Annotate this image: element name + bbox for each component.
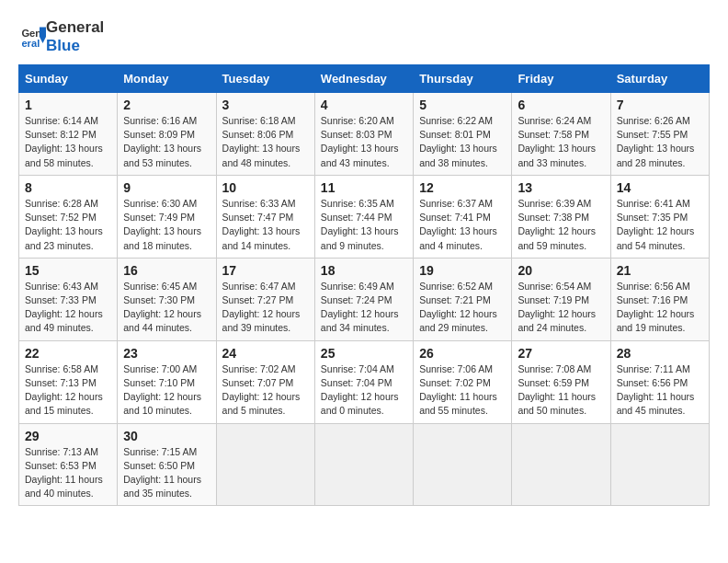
calendar-row: 22Sunrise: 6:58 AM Sunset: 7:13 PM Dayli… — [19, 340, 710, 423]
day-number: 15 — [25, 263, 111, 278]
day-number: 6 — [518, 98, 604, 112]
day-info: Sunrise: 6:52 AM Sunset: 7:21 PM Dayligh… — [419, 280, 506, 336]
calendar-cell: 7Sunrise: 6:26 AM Sunset: 7:55 PM Daylig… — [610, 93, 709, 176]
day-number: 12 — [419, 180, 506, 195]
calendar-cell: 28Sunrise: 7:11 AM Sunset: 6:56 PM Dayli… — [610, 340, 709, 423]
calendar-body: 1Sunrise: 6:14 AM Sunset: 8:12 PM Daylig… — [19, 93, 710, 506]
day-info: Sunrise: 6:18 AM Sunset: 8:06 PM Dayligh… — [222, 114, 309, 170]
day-info: Sunrise: 7:13 AM Sunset: 6:53 PM Dayligh… — [25, 445, 111, 501]
day-number: 13 — [518, 180, 604, 195]
calendar-cell: 26Sunrise: 7:06 AM Sunset: 7:02 PM Dayli… — [414, 340, 512, 423]
day-info: Sunrise: 6:56 AM Sunset: 7:16 PM Dayligh… — [617, 280, 703, 336]
calendar-cell: 20Sunrise: 6:54 AM Sunset: 7:19 PM Dayli… — [512, 258, 610, 340]
day-info: Sunrise: 7:04 AM Sunset: 7:04 PM Dayligh… — [321, 362, 407, 419]
day-number: 29 — [25, 429, 111, 443]
day-info: Sunrise: 6:49 AM Sunset: 7:24 PM Dayligh… — [321, 280, 407, 336]
calendar-cell: 23Sunrise: 7:00 AM Sunset: 7:10 PM Dayli… — [118, 340, 216, 423]
day-info: Sunrise: 6:47 AM Sunset: 7:27 PM Dayligh… — [222, 280, 309, 336]
day-number: 17 — [222, 263, 309, 278]
page-header: Gen eral General Blue — [18, 18, 710, 55]
logo: Gen eral General Blue — [18, 18, 104, 55]
day-number: 20 — [518, 263, 604, 278]
calendar-cell: 4Sunrise: 6:20 AM Sunset: 8:03 PM Daylig… — [314, 93, 413, 176]
calendar-cell: 12Sunrise: 6:37 AM Sunset: 7:41 PM Dayli… — [414, 175, 512, 258]
svg-text:Gen: Gen — [21, 28, 41, 39]
svg-marker-2 — [40, 28, 46, 38]
calendar-cell: 3Sunrise: 6:18 AM Sunset: 8:06 PM Daylig… — [216, 93, 314, 176]
calendar-cell: 22Sunrise: 6:58 AM Sunset: 7:13 PM Dayli… — [19, 340, 118, 423]
day-number: 9 — [123, 180, 210, 195]
calendar-cell: 11Sunrise: 6:35 AM Sunset: 7:44 PM Dayli… — [314, 175, 413, 258]
day-info: Sunrise: 6:16 AM Sunset: 8:09 PM Dayligh… — [123, 114, 210, 170]
calendar-cell: 8Sunrise: 6:28 AM Sunset: 7:52 PM Daylig… — [19, 175, 118, 258]
day-number: 24 — [222, 346, 309, 361]
day-number: 19 — [419, 263, 506, 278]
day-number: 5 — [419, 98, 506, 112]
day-info: Sunrise: 7:00 AM Sunset: 7:10 PM Dayligh… — [123, 362, 210, 419]
day-info: Sunrise: 6:45 AM Sunset: 7:30 PM Dayligh… — [123, 280, 210, 336]
day-info: Sunrise: 6:58 AM Sunset: 7:13 PM Dayligh… — [25, 362, 111, 419]
day-number: 11 — [321, 180, 407, 195]
day-number: 10 — [222, 180, 309, 195]
day-number: 26 — [419, 346, 506, 361]
day-info: Sunrise: 6:28 AM Sunset: 7:52 PM Dayligh… — [25, 197, 111, 253]
day-info: Sunrise: 6:30 AM Sunset: 7:49 PM Dayligh… — [123, 197, 210, 253]
logo-blue: Blue — [46, 37, 80, 54]
calendar-table: SundayMondayTuesdayWednesdayThursdayFrid… — [18, 64, 710, 506]
day-number: 3 — [222, 98, 309, 112]
calendar-cell: 21Sunrise: 6:56 AM Sunset: 7:16 PM Dayli… — [610, 258, 709, 340]
header-cell-sunday: Sunday — [19, 65, 118, 93]
day-number: 4 — [321, 98, 407, 112]
day-info: Sunrise: 6:41 AM Sunset: 7:35 PM Dayligh… — [617, 197, 703, 253]
header-cell-friday: Friday — [512, 65, 610, 93]
calendar-row: 15Sunrise: 6:43 AM Sunset: 7:33 PM Dayli… — [19, 258, 710, 340]
logo-icon: Gen eral — [20, 24, 46, 50]
day-number: 8 — [25, 180, 111, 195]
header-cell-wednesday: Wednesday — [314, 65, 413, 93]
svg-text:eral: eral — [21, 38, 40, 49]
calendar-cell: 25Sunrise: 7:04 AM Sunset: 7:04 PM Dayli… — [314, 340, 413, 423]
logo-general: General — [46, 18, 104, 36]
calendar-row: 8Sunrise: 6:28 AM Sunset: 7:52 PM Daylig… — [19, 175, 710, 258]
calendar-cell — [414, 423, 512, 506]
day-number: 14 — [617, 180, 703, 195]
calendar-header: SundayMondayTuesdayWednesdayThursdayFrid… — [19, 65, 710, 93]
calendar-cell: 10Sunrise: 6:33 AM Sunset: 7:47 PM Dayli… — [216, 175, 314, 258]
calendar-cell: 13Sunrise: 6:39 AM Sunset: 7:38 PM Dayli… — [512, 175, 610, 258]
day-info: Sunrise: 6:26 AM Sunset: 7:55 PM Dayligh… — [617, 114, 703, 170]
day-info: Sunrise: 6:39 AM Sunset: 7:38 PM Dayligh… — [518, 197, 604, 253]
calendar-row: 29Sunrise: 7:13 AM Sunset: 6:53 PM Dayli… — [19, 423, 710, 506]
svg-marker-3 — [40, 37, 46, 43]
calendar-cell: 29Sunrise: 7:13 AM Sunset: 6:53 PM Dayli… — [19, 423, 118, 506]
calendar-cell: 2Sunrise: 6:16 AM Sunset: 8:09 PM Daylig… — [118, 93, 216, 176]
day-number: 25 — [321, 346, 407, 361]
day-info: Sunrise: 7:08 AM Sunset: 6:59 PM Dayligh… — [518, 362, 604, 419]
header-cell-monday: Monday — [118, 65, 216, 93]
day-number: 23 — [123, 346, 210, 361]
day-number: 22 — [25, 346, 111, 361]
day-number: 16 — [123, 263, 210, 278]
day-info: Sunrise: 7:02 AM Sunset: 7:07 PM Dayligh… — [222, 362, 309, 419]
day-info: Sunrise: 6:20 AM Sunset: 8:03 PM Dayligh… — [321, 114, 407, 170]
calendar-cell: 18Sunrise: 6:49 AM Sunset: 7:24 PM Dayli… — [314, 258, 413, 340]
calendar-cell — [512, 423, 610, 506]
day-info: Sunrise: 6:22 AM Sunset: 8:01 PM Dayligh… — [419, 114, 506, 170]
day-info: Sunrise: 6:43 AM Sunset: 7:33 PM Dayligh… — [25, 280, 111, 336]
day-number: 18 — [321, 263, 407, 278]
calendar-cell — [610, 423, 709, 506]
header-cell-saturday: Saturday — [610, 65, 709, 93]
calendar-cell: 6Sunrise: 6:24 AM Sunset: 7:58 PM Daylig… — [512, 93, 610, 176]
day-number: 1 — [25, 98, 111, 112]
day-info: Sunrise: 6:54 AM Sunset: 7:19 PM Dayligh… — [518, 280, 604, 336]
calendar-row: 1Sunrise: 6:14 AM Sunset: 8:12 PM Daylig… — [19, 93, 710, 176]
day-info: Sunrise: 6:24 AM Sunset: 7:58 PM Dayligh… — [518, 114, 604, 170]
day-number: 21 — [617, 263, 703, 278]
calendar-cell — [216, 423, 314, 506]
calendar-cell: 5Sunrise: 6:22 AM Sunset: 8:01 PM Daylig… — [414, 93, 512, 176]
header-cell-thursday: Thursday — [414, 65, 512, 93]
calendar-cell: 30Sunrise: 7:15 AM Sunset: 6:50 PM Dayli… — [118, 423, 216, 506]
day-number: 2 — [123, 98, 210, 112]
day-info: Sunrise: 7:15 AM Sunset: 6:50 PM Dayligh… — [123, 445, 210, 501]
calendar-cell: 24Sunrise: 7:02 AM Sunset: 7:07 PM Dayli… — [216, 340, 314, 423]
day-info: Sunrise: 6:35 AM Sunset: 7:44 PM Dayligh… — [321, 197, 407, 253]
